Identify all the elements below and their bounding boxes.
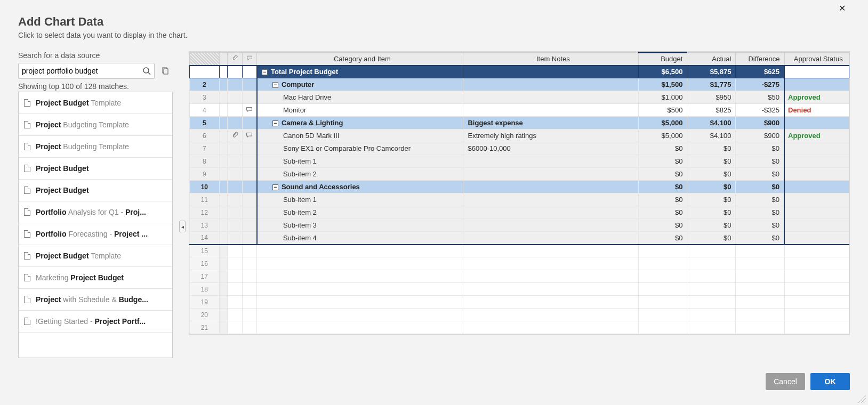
empty-cell[interactable] (784, 283, 849, 296)
empty-cell[interactable] (639, 245, 687, 257)
table-row[interactable]: 5−Camera & LightingBiggest expense$5,000… (190, 117, 849, 129)
row-number[interactable]: 12 (190, 206, 220, 219)
row-handle[interactable] (219, 321, 227, 334)
table-row[interactable]: 17 (190, 270, 849, 283)
status-cell[interactable] (784, 206, 849, 219)
empty-cell[interactable] (687, 296, 736, 309)
notes-cell[interactable] (463, 181, 639, 193)
table-row[interactable]: 18 (190, 283, 849, 296)
empty-cell[interactable] (463, 296, 639, 309)
budget-cell[interactable]: $500 (639, 104, 687, 117)
row-number[interactable]: 9 (190, 168, 220, 181)
empty-cell[interactable] (736, 296, 784, 309)
diff-cell[interactable]: $0 (736, 219, 784, 232)
actual-cell[interactable]: $1,775 (687, 78, 736, 91)
category-cell[interactable]: −Sound and Accessories (257, 181, 463, 193)
notes-cell[interactable] (463, 193, 639, 206)
list-item[interactable]: Project Budget Template (19, 92, 172, 114)
row-number[interactable]: 16 (190, 257, 220, 270)
table-row[interactable]: 12Sub-item 2$0$0$0 (190, 206, 849, 219)
diff-cell[interactable]: $900 (736, 117, 784, 129)
row-number[interactable]: 20 (190, 309, 220, 321)
table-row[interactable]: 7Sony EX1 or Comparable Pro Camcorder$60… (190, 142, 849, 155)
notes-cell[interactable] (463, 104, 639, 117)
empty-cell[interactable] (463, 270, 639, 283)
row-number[interactable]: 6 (190, 129, 220, 142)
actual-cell[interactable]: $0 (687, 181, 736, 193)
table-row[interactable]: 14Sub-item 4$0$0$0 (190, 232, 849, 245)
collapse-handle-icon[interactable]: ◂ (179, 221, 186, 232)
row-handle[interactable] (219, 309, 227, 321)
table-row[interactable]: 9Sub-item 2$0$0$0 (190, 168, 849, 181)
collapse-icon[interactable]: − (262, 69, 268, 75)
table-row[interactable]: 6Canon 5D Mark IIIExtremely high ratings… (190, 129, 849, 142)
row-handle[interactable] (219, 270, 227, 283)
empty-cell[interactable] (687, 321, 736, 334)
table-row[interactable]: 19 (190, 296, 849, 309)
category-cell[interactable]: −Computer (257, 78, 463, 91)
status-cell[interactable] (784, 219, 849, 232)
empty-cell[interactable] (687, 257, 736, 270)
row-number[interactable]: 1 (190, 66, 220, 78)
empty-cell[interactable] (784, 309, 849, 321)
empty-cell[interactable] (257, 296, 463, 309)
table-row[interactable]: 11Sub-item 1$0$0$0 (190, 193, 849, 206)
empty-cell[interactable] (736, 283, 784, 296)
table-row[interactable]: 8Sub-item 1$0$0$0 (190, 155, 849, 168)
list-item[interactable]: Project Budgeting Template (19, 136, 172, 158)
row-handle[interactable] (219, 117, 227, 129)
list-item[interactable]: Portfolio Forecasting - Project ... (19, 223, 172, 245)
search-icon[interactable] (142, 67, 151, 75)
actual-cell[interactable]: $0 (687, 206, 736, 219)
table-row[interactable]: 2−Computer$1,500$1,775-$275 (190, 78, 849, 91)
budget-cell[interactable]: $6,500 (639, 66, 687, 78)
select-all-cell[interactable] (190, 53, 220, 66)
empty-cell[interactable] (784, 296, 849, 309)
list-item[interactable]: Portfolio Analysis for Q1 - Proj... (19, 201, 172, 223)
empty-cell[interactable] (227, 270, 242, 283)
status-cell[interactable] (784, 117, 849, 129)
empty-cell[interactable] (463, 321, 639, 334)
row-handle[interactable] (219, 283, 227, 296)
collapse-icon[interactable]: − (272, 82, 278, 88)
empty-cell[interactable] (736, 309, 784, 321)
budget-cell[interactable]: $0 (639, 142, 687, 155)
notes-cell[interactable] (463, 168, 639, 181)
status-cell[interactable]: Denied (784, 104, 849, 117)
category-cell[interactable]: Sub-item 3 (257, 219, 463, 232)
row-handle[interactable] (219, 155, 227, 168)
budget-grid[interactable]: Category and Item Item Notes Budget Actu… (189, 51, 850, 335)
notes-cell[interactable] (463, 219, 639, 232)
actual-cell[interactable]: $4,100 (687, 129, 736, 142)
comment-cell[interactable] (242, 104, 257, 117)
actual-cell[interactable]: $0 (687, 168, 736, 181)
row-number[interactable]: 14 (190, 232, 220, 245)
column-header-notes[interactable]: Item Notes (463, 53, 639, 66)
empty-cell[interactable] (463, 257, 639, 270)
row-number[interactable]: 10 (190, 181, 220, 193)
search-input[interactable] (22, 67, 142, 75)
diff-cell[interactable]: $0 (736, 193, 784, 206)
category-cell[interactable]: Sony EX1 or Comparable Pro Camcorder (257, 142, 463, 155)
row-handle[interactable] (219, 219, 227, 232)
row-number[interactable]: 13 (190, 219, 220, 232)
empty-cell[interactable] (242, 245, 257, 257)
status-cell[interactable]: Approved (784, 129, 849, 142)
category-cell[interactable]: Monitor (257, 104, 463, 117)
empty-cell[interactable] (736, 270, 784, 283)
status-cell[interactable]: - (784, 66, 849, 78)
row-handle[interactable] (219, 104, 227, 117)
row-number[interactable]: 8 (190, 155, 220, 168)
category-cell[interactable]: Sub-item 4 (257, 232, 463, 245)
diff-cell[interactable]: -$275 (736, 78, 784, 91)
empty-cell[interactable] (639, 283, 687, 296)
row-number[interactable]: 5 (190, 117, 220, 129)
search-box[interactable] (18, 63, 155, 79)
category-cell[interactable]: −Camera & Lighting (257, 117, 463, 129)
budget-cell[interactable]: $0 (639, 155, 687, 168)
column-header-status[interactable]: Approval Status (784, 53, 849, 66)
column-header-budget[interactable]: Budget (639, 53, 687, 66)
empty-cell[interactable] (257, 270, 463, 283)
collapse-icon[interactable]: − (272, 120, 278, 126)
row-handle[interactable] (219, 257, 227, 270)
